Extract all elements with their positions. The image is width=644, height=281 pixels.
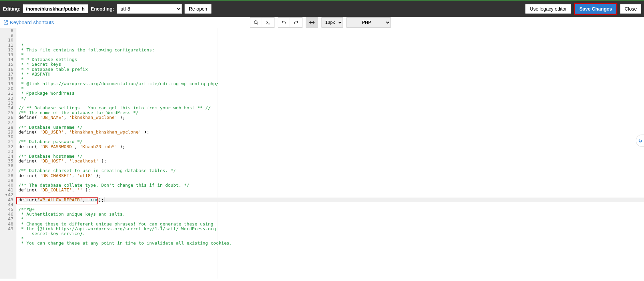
line-number: 44 [0, 202, 13, 207]
line-number: 33 [0, 149, 13, 154]
undo-icon [282, 20, 287, 25]
redo-icon [294, 20, 298, 25]
line-number: 12 [0, 48, 13, 52]
line-number: 13 [0, 52, 13, 57]
search-button[interactable] [250, 17, 262, 28]
terminal-button[interactable] [262, 17, 275, 28]
line-number: 16 [0, 67, 13, 72]
code-line: * [18, 236, 644, 241]
code-content[interactable]: * * This file contains the following con… [16, 28, 644, 279]
line-number: 41 [0, 188, 13, 192]
file-path-input[interactable] [23, 4, 88, 13]
close-button[interactable]: Close [620, 4, 641, 14]
line-number: 17 [0, 72, 13, 77]
code-line [18, 149, 644, 154]
line-number: 45 [0, 207, 13, 212]
line-number: 26 [0, 115, 13, 120]
line-number: 39 [0, 178, 13, 183]
line-number: 22 [0, 96, 13, 101]
line-number: 30 [0, 135, 13, 139]
line-number: 29 [0, 130, 13, 135]
line-number: 34 [0, 154, 13, 159]
line-number: 27 [0, 120, 13, 125]
line-number: 21 [0, 91, 13, 96]
center-tool-group: 13px PHP [250, 17, 394, 28]
save-highlight: Save Changes [574, 3, 617, 15]
keyboard-shortcuts-label: Keyboard shortcuts [10, 19, 54, 25]
code-line: * * Database table prefix [18, 67, 644, 72]
code-line: * * Secret keys [18, 62, 644, 67]
code-line: * [18, 86, 644, 91]
code-line: */ [18, 96, 644, 101]
code-line: /** Database charset to use in creating … [18, 168, 644, 173]
line-number: 8 [0, 28, 13, 33]
keyboard-shortcuts-link[interactable]: Keyboard shortcuts [3, 19, 54, 25]
line-number: 37 [0, 168, 13, 173]
code-line: * Change these to different unique phras… [18, 222, 644, 227]
line-number: 35 [0, 159, 13, 163]
language-select[interactable]: PHP [347, 17, 391, 28]
line-number: 11 [0, 43, 13, 48]
encoding-label: Encoding: [91, 6, 114, 12]
code-line: define( 'DB_USER', 'bknskhan_bknskhan_wp… [18, 130, 644, 135]
flame-icon [638, 138, 643, 143]
encoding-select[interactable]: utf-8 [117, 4, 182, 14]
line-number: 32 [0, 144, 13, 149]
line-number: 36 [0, 163, 13, 168]
code-line: define( 'DB_HOST', 'localhost' ); [18, 159, 644, 163]
terminal-icon [266, 20, 270, 25]
code-line: * @package WordPress [18, 91, 644, 96]
code-line [18, 101, 644, 106]
code-line: * the {@link https://api.wordpress.org/s… [18, 227, 644, 231]
code-line: * This file contains the following confi… [18, 48, 644, 52]
legacy-editor-button[interactable]: Use legacy editor [525, 4, 571, 14]
wrap-toggle-button[interactable] [306, 17, 318, 28]
line-number: 38 [0, 173, 13, 178]
line-number: 46 [0, 212, 13, 217]
code-line: /** Database username */ [18, 125, 644, 130]
code-line: * [18, 43, 644, 48]
line-number: 14 [0, 57, 13, 62]
line-number: 9 [0, 33, 13, 38]
save-changes-button[interactable]: Save Changes [575, 4, 616, 14]
line-number: 24 [0, 106, 13, 110]
code-line: * @link https://wordpress.org/documentat… [18, 81, 644, 86]
line-number: 23 [0, 101, 13, 106]
code-line: * [18, 217, 644, 221]
reopen-button[interactable]: Re-open [185, 4, 212, 14]
svg-point-0 [254, 20, 257, 24]
line-number: 49 [0, 227, 13, 231]
line-number: 31 [0, 139, 13, 144]
code-line: * Authentication unique keys and salts. [18, 212, 644, 217]
line-number: 10 [0, 38, 13, 43]
code-line: /** Database hostname */ [18, 154, 644, 159]
font-size-select[interactable]: 13px [322, 17, 343, 28]
code-line: * You can change these at any point in t… [18, 241, 644, 246]
code-line: * [18, 77, 644, 81]
undo-button[interactable] [278, 17, 290, 28]
code-line: define('WP_ALLOW_REPAIR', true); [18, 198, 644, 202]
line-number: 20 [0, 86, 13, 91]
code-line [18, 135, 644, 139]
line-number-gutter: 8910111213141516171819202122232425262728… [0, 28, 16, 279]
code-line: * * Database settings [18, 57, 644, 62]
editor-area[interactable]: 8910111213141516171819202122232425262728… [0, 28, 644, 279]
code-line: /**#@+ [18, 207, 644, 212]
editing-label: Editing: [3, 6, 20, 12]
code-line [18, 178, 644, 183]
line-number: 15 [0, 62, 13, 67]
line-number: 28 [0, 125, 13, 130]
code-line: * * ABSPATH [18, 72, 644, 77]
code-line: /** Database password */ [18, 139, 644, 144]
code-line: define( 'DB_CHARSET', 'utf8' ); [18, 173, 644, 178]
line-number: 19 [0, 81, 13, 86]
code-line [18, 120, 644, 125]
redo-button[interactable] [290, 17, 303, 28]
code-line: /** The database collate type. Don't cha… [18, 183, 644, 188]
line-number: ▾42 [0, 192, 13, 197]
line-number: 43 [0, 198, 13, 202]
line-number: 40 [0, 183, 13, 188]
line-number: 48 [0, 222, 13, 227]
external-link-icon [3, 20, 8, 25]
code-line: // ** Database settings - You can get th… [18, 106, 644, 110]
